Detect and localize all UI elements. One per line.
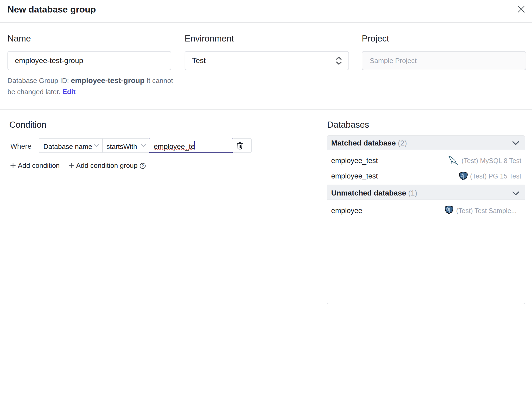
svg-text:?: ? xyxy=(142,164,144,168)
